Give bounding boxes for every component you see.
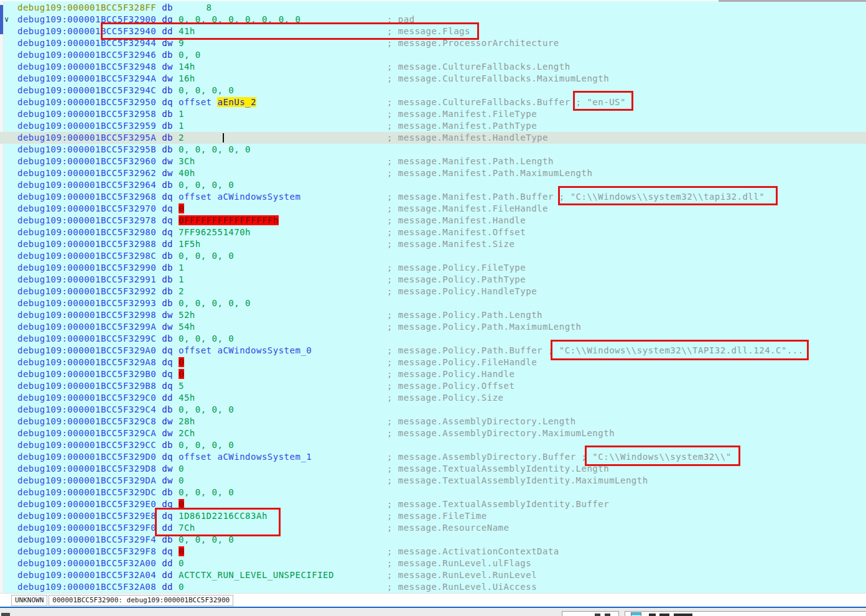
code-operands: dw 0 — [156, 464, 184, 474]
address-label: debug109:000001BCC5F3295B — [17, 144, 156, 154]
code-operands: dq 0 — [156, 499, 184, 509]
listing-line[interactable]: debug109:000001BCC5F3298C db 0, 0, 0, 0 — [0, 250, 866, 262]
code-operands: db 0, 0, 0, 0, 0 — [156, 144, 251, 154]
listing-line[interactable]: debug109:000001BCC5F329E8 dq 1D861D2216C… — [0, 510, 866, 522]
comment: ; message.FileTime — [387, 510, 487, 522]
code-operands: dq 7FF962551470h — [156, 227, 251, 237]
listing-line[interactable]: debug109:000001BCC5F32978 dq 0FFFFFFFFFF… — [0, 215, 866, 226]
comment: ; message.ResourceName — [387, 522, 509, 534]
listing-line[interactable]: debug109:000001BCC5F3294A dw 16h; messag… — [0, 73, 866, 85]
address-label: debug109:000001BCC5F32950 — [17, 97, 156, 107]
code-operands: dq 0, 0, 0, 0, 0, 0, 0, 0 — [156, 14, 300, 24]
address-label: debug109:000001BCC5F329A0 — [17, 345, 156, 355]
listing-line[interactable]: debug109:000001BCC5F32960 dw 3Ch; messag… — [0, 156, 866, 167]
listing-line[interactable]: debug109:000001BCC5F32980 dq 7FF96255147… — [0, 226, 866, 238]
listing-line[interactable]: debug109:000001BCC5F32940 dd 41h; messag… — [0, 26, 866, 37]
listing-line[interactable]: debug109:000001BCC5F3295B db 0, 0, 0, 0,… — [0, 144, 866, 156]
listing-line[interactable]: debug109:000001BCC5F32998 dw 52h; messag… — [0, 309, 866, 321]
listing-line[interactable]: debug109:000001BCC5F3299C db 0, 0, 0, 0 — [0, 333, 866, 345]
text-caret — [223, 133, 224, 142]
comment: ; message.Manifest.FileType — [387, 108, 537, 120]
address-label: debug109:000001BCC5F3299C — [17, 334, 156, 343]
listing-line[interactable]: debug109:000001BCC5F329DA dw 0; message.… — [0, 475, 866, 487]
listing-line[interactable]: debug109:000001BCC5F32959 db 1; message.… — [0, 120, 866, 132]
code-operands: dq 0 — [156, 357, 184, 367]
listing-line[interactable]: debug109:000001BCC5F329B8 dq 5; message.… — [0, 380, 866, 392]
code-operands: dq 5 — [156, 381, 184, 391]
listing-line[interactable]: debug109:000001BCC5F329C4 db 0, 0, 0, 0 — [0, 404, 866, 416]
comment: ; message.ActivationContextData — [387, 546, 559, 558]
listing-line[interactable]: debug109:000001BCC5F329A8 dq 0; message.… — [0, 357, 866, 368]
listing-line[interactable]: debug109:000001BCC5F32A04 dd ACTCTX_RUN_… — [0, 569, 866, 581]
listing-line[interactable]: debug109:000001BCC5F32992 db 2; message.… — [0, 286, 866, 297]
listing-line[interactable]: debug109:000001BCC5F32968 dq offset aCWi… — [0, 191, 866, 203]
address-label: debug109:000001BCC5F32958 — [17, 109, 156, 119]
listing-line[interactable]: debug109:000001BCC5F32946 db 0, 0 — [0, 49, 866, 61]
status-location: 000001BCC5F32900: debug109:000001BCC5F32… — [49, 595, 233, 606]
address-label: debug109:000001BCC5F3295A — [17, 133, 156, 142]
listing-line[interactable]: debug109:000001BCC5F329E0 dq 0; message.… — [0, 498, 866, 510]
listing-line[interactable]: debug109:000001BCC5F3299A dw 54h; messag… — [0, 321, 866, 333]
address-label: debug109:000001BCC5F32A04 — [17, 570, 156, 580]
comment: ; message.RunLevel.UiAccess — [387, 581, 537, 593]
comment: ; message.RunLevel.ulFlags — [387, 558, 531, 569]
comment: ; message.Policy.Path.MaximumLength — [387, 321, 582, 333]
listing-line[interactable]: debug109:000001BCC5F3295A db 2; message.… — [0, 132, 866, 144]
address-label: debug109:000001BCC5F329DA — [17, 475, 156, 485]
listing-line[interactable]: debug109:000001BCC5F32964 db 0, 0, 0, 0 — [0, 179, 866, 191]
listing-line[interactable]: debug109:000001BCC5F329F8 dq 0; message.… — [0, 546, 866, 558]
listing-line[interactable]: debug109:000001BCC5F329C0 dd 45h; messag… — [0, 392, 866, 404]
comment: ; pad — [387, 14, 415, 26]
comment: ; message.Manifest.Offset — [387, 226, 526, 238]
code-operands: dq 0FFFFFFFFFFFFFFFFh — [156, 215, 278, 225]
listing-line[interactable]: debug109:000001BCC5F32948 dw 14h; messag… — [0, 61, 866, 73]
listing-line[interactable]: debug109:000001BCC5F329D8 dw 0; message.… — [0, 463, 866, 475]
listing-line[interactable]: debug109:000001BCC5F32990 db 1; message.… — [0, 262, 866, 274]
address-label: debug109:000001BCC5F32960 — [17, 156, 156, 166]
listing-line[interactable]: debug109:000001BCC5F329F0 dd 7Ch; messag… — [0, 522, 866, 534]
listing-line[interactable]: debug109:000001BCC5F32991 db 1; message.… — [0, 274, 866, 286]
listing-line[interactable]: ∨debug109:000001BCC5F32900 dq 0, 0, 0, 0… — [0, 14, 866, 26]
comment: ; message.TextualAssemblyIdentity.Maximu… — [387, 475, 648, 487]
listing-line[interactable]: debug109:000001BCC5F329C8 dw 28h; messag… — [0, 416, 866, 427]
address-label: debug109:000001BCC5F329F8 — [17, 546, 156, 556]
address-label: debug109:000001BCC5F329D0 — [17, 452, 156, 462]
comment: ; message.Manifest.Path.Buffer ; "C:\\Wi… — [387, 191, 765, 203]
listing-line[interactable]: debug109:000001BCC5F329F4 db 0, 0, 0, 0 — [0, 534, 866, 546]
collapse-chevron-icon[interactable]: ∨ — [4, 14, 9, 26]
listing-line[interactable]: debug109:000001BCC5F32970 dq 0; message.… — [0, 203, 866, 215]
code-operands: dd 41h — [156, 26, 195, 36]
code-operands: dw 9 — [156, 38, 184, 48]
address-label: debug109:000001BCC5F32900 — [17, 14, 156, 24]
address-label: debug109:000001BCC5F329E0 — [17, 499, 156, 509]
listing-line[interactable]: debug109:000001BCC5F32A00 dd 0; message.… — [0, 558, 866, 569]
code-operands: dw 0 — [156, 475, 184, 485]
listing-line[interactable]: debug109:000001BCC5F32950 dq offset aEnU… — [0, 96, 866, 108]
listing-line[interactable]: debug109:000001BCC5F32A08 dd 0; message.… — [0, 581, 866, 593]
code-operands: db 0, 0, 0, 0 — [156, 334, 234, 343]
code-operands: dd 7Ch — [156, 523, 195, 533]
comment: ; message.AssemblyDirectory.Buffer ; "C:… — [387, 451, 732, 463]
address-label: debug109:000001BCC5F329F4 — [17, 534, 156, 544]
listing-line[interactable]: debug109:000001BCC5F32944 dw 9; message.… — [0, 37, 866, 49]
listing-line[interactable]: debug109:000001BCC5F329DC db 0, 0, 0, 0 — [0, 487, 866, 498]
disassembly-listing[interactable]: debug109:000001BCC5F328FF db 8∨debug109:… — [0, 0, 866, 593]
listing-line[interactable]: debug109:000001BCC5F328FF db 8 — [0, 2, 866, 14]
listing-line[interactable]: debug109:000001BCC5F32993 db 0, 0, 0, 0,… — [0, 297, 866, 309]
code-operands: dq offset aCWindowsSystem — [156, 192, 300, 202]
code-operands: db 8 — [156, 2, 212, 12]
listing-line[interactable]: debug109:000001BCC5F32958 db 1; message.… — [0, 108, 866, 120]
status-state-badge: UNKNOWN — [11, 595, 47, 606]
listing-line[interactable]: debug109:000001BCC5F329CA dw 2Ch; messag… — [0, 427, 866, 439]
listing-line[interactable]: debug109:000001BCC5F32962 dw 40h; messag… — [0, 167, 866, 179]
listing-line[interactable]: debug109:000001BCC5F329A0 dq offset aCWi… — [0, 345, 866, 357]
listing-line[interactable]: debug109:000001BCC5F329D0 dq offset aCWi… — [0, 451, 866, 463]
code-operands: db 0, 0, 0, 0 — [156, 180, 234, 190]
code-operands: db 2 — [156, 133, 184, 142]
listing-line[interactable]: debug109:000001BCC5F32988 dd 1F5h; messa… — [0, 238, 866, 250]
listing-line[interactable]: debug109:000001BCC5F3294C db 0, 0, 0, 0 — [0, 85, 866, 96]
listing-line[interactable]: debug109:000001BCC5F329CC db 0, 0, 0, 0 — [0, 439, 866, 451]
docked-panel-fragment-right — [625, 611, 866, 616]
address-label: debug109:000001BCC5F32993 — [17, 298, 156, 308]
listing-line[interactable]: debug109:000001BCC5F329B0 dq 0; message.… — [0, 368, 866, 380]
